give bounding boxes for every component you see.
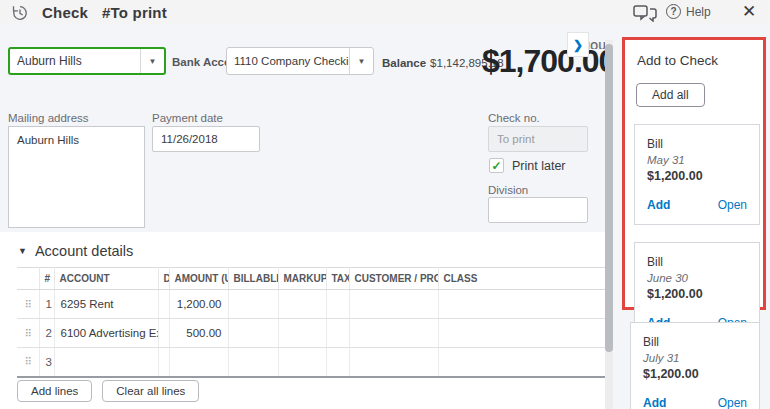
row-drag-handle[interactable]: ⠿ — [17, 348, 39, 377]
check-form-header: Auburn Hills ▼ Bank Account 1110 Company… — [0, 25, 606, 232]
account-cell[interactable] — [54, 348, 158, 377]
amount-cell[interactable]: 500.00 — [169, 319, 228, 348]
bill-open-link[interactable]: Open — [718, 396, 747, 409]
print-later-row: ✓ Print later — [489, 158, 566, 173]
class-cell[interactable] — [438, 348, 605, 377]
payee-select[interactable]: Auburn Hills ▼ — [8, 47, 166, 75]
col-handle — [17, 268, 39, 290]
mailing-address-field[interactable]: Auburn Hills — [8, 126, 145, 228]
account-cell[interactable]: 6295 Rent — [54, 290, 158, 319]
row-drag-handle[interactable]: ⠿ — [17, 319, 39, 348]
account-cell[interactable]: 6100 Advertising Expense — [54, 319, 158, 348]
description-cell[interactable] — [158, 319, 169, 348]
add-lines-button[interactable]: Add lines — [17, 380, 92, 402]
customer-cell[interactable] — [349, 348, 438, 377]
clear-all-lines-button[interactable]: Clear all lines — [102, 380, 199, 402]
col-amount: AMOUNT (USD) — [169, 268, 228, 290]
markup-cell[interactable] — [278, 290, 326, 319]
amount-cell[interactable] — [169, 348, 228, 377]
class-cell[interactable] — [438, 319, 605, 348]
mailing-address-label: Mailing address — [8, 112, 89, 124]
bill-add-link[interactable]: Add — [643, 396, 666, 409]
page-title: Check — [42, 4, 88, 21]
billable-cell[interactable] — [228, 348, 278, 377]
description-cell[interactable] — [158, 290, 169, 319]
check-no-field[interactable] — [488, 126, 588, 152]
billable-cell[interactable] — [228, 290, 278, 319]
row-drag-handle[interactable]: ⠿ — [17, 290, 39, 319]
scrollbar-thumb[interactable] — [605, 44, 613, 352]
bill-date: May 31 — [647, 154, 747, 166]
help-button[interactable]: ? Help — [666, 4, 711, 19]
question-icon: ? — [666, 4, 681, 19]
customer-cell[interactable] — [349, 319, 438, 348]
payee-value: Auburn Hills — [10, 54, 140, 68]
bill-type: Bill — [643, 335, 747, 349]
panel-title: Add to Check — [637, 53, 757, 68]
help-label: Help — [686, 5, 711, 19]
tax-cell[interactable] — [326, 319, 349, 348]
bill-add-link[interactable]: Add — [647, 198, 670, 212]
payment-date-field[interactable] — [152, 126, 260, 152]
billable-cell[interactable] — [228, 319, 278, 348]
customer-cell[interactable] — [349, 290, 438, 319]
row-num: 3 — [39, 348, 54, 377]
bill-date: July 31 — [643, 352, 747, 364]
description-cell[interactable] — [158, 348, 169, 377]
bill-type: Bill — [647, 255, 747, 269]
bill-type: Bill — [647, 137, 747, 151]
col-class: CLASS — [438, 268, 605, 290]
vertical-scrollbar[interactable] — [605, 40, 613, 409]
class-cell[interactable] — [438, 290, 605, 319]
chevron-right-icon[interactable]: ❯ — [567, 32, 589, 57]
add-all-button[interactable]: Add all — [636, 83, 705, 107]
close-icon[interactable]: ✕ — [742, 2, 756, 22]
col-customer: CUSTOMER / PROJECT — [349, 268, 438, 290]
feedback-bubbles-icon[interactable] — [633, 5, 657, 22]
print-later-label: Print later — [512, 159, 566, 173]
col-account: ACCOUNT — [54, 268, 158, 290]
bill-card: Bill July 31 $1,200.00 Add Open — [630, 322, 760, 409]
table-row[interactable]: ⠿ 3 — [17, 348, 605, 377]
bill-card: Bill May 31 $1,200.00 Add Open — [634, 124, 760, 225]
division-field[interactable] — [488, 197, 588, 223]
bank-account-value: 1110 Company Checking Accour — [227, 55, 349, 67]
division-label: Division — [488, 184, 528, 196]
row-num: 2 — [39, 319, 54, 348]
payment-date-label: Payment date — [152, 112, 223, 124]
tax-cell[interactable] — [326, 348, 349, 377]
row-num: 1 — [39, 290, 54, 319]
doc-number: #To print — [102, 4, 167, 21]
account-details-header[interactable]: ▼ Account details — [18, 243, 133, 259]
col-billable: BILLABLE — [228, 268, 278, 290]
print-later-checkbox[interactable]: ✓ — [489, 158, 504, 173]
chevron-down-icon[interactable]: ▼ — [349, 48, 373, 74]
tax-cell[interactable] — [326, 290, 349, 319]
markup-cell[interactable] — [278, 348, 326, 377]
amount-cell[interactable]: 1,200.00 — [169, 290, 228, 319]
balance-label: Balance — [382, 57, 426, 69]
col-description: DE — [158, 268, 169, 290]
check-no-label: Check no. — [488, 112, 540, 124]
markup-cell[interactable] — [278, 319, 326, 348]
disclosure-triangle-icon[interactable]: ▼ — [18, 246, 27, 256]
chevron-down-icon[interactable]: ▼ — [140, 49, 164, 73]
red-highlight-box: Add to Check Add all Bill May 31 $1,200.… — [622, 37, 766, 310]
table-row[interactable]: ⠿ 1 6295 Rent 1,200.00 — [17, 290, 605, 319]
account-details-table: # ACCOUNT DE AMOUNT (USD) BILLABLE MARKU… — [17, 267, 605, 378]
table-header-row: # ACCOUNT DE AMOUNT (USD) BILLABLE MARKU… — [17, 268, 605, 290]
col-markup: MARKUP % — [278, 268, 326, 290]
bill-date: June 30 — [647, 272, 747, 284]
bank-account-select[interactable]: 1110 Company Checking Accour ▼ — [226, 47, 374, 75]
col-tax: TAX — [326, 268, 349, 290]
table-row[interactable]: ⠿ 2 6100 Advertising Expense 500.00 — [17, 319, 605, 348]
history-clock-icon[interactable] — [11, 4, 29, 22]
bill-open-link[interactable]: Open — [718, 198, 747, 212]
account-details-section: ▼ Account details # ACCOUNT DE AMOUNT (U… — [0, 232, 606, 409]
col-num: # — [39, 268, 54, 290]
add-to-check-panel: Add to Check Add all Bill May 31 $1,200.… — [613, 25, 770, 409]
topbar: Check #To print ? Help ✕ — [0, 0, 770, 25]
bill-amount: $1,200.00 — [647, 169, 747, 183]
bill-amount: $1,200.00 — [643, 367, 747, 381]
bill-amount: $1,200.00 — [647, 287, 747, 301]
